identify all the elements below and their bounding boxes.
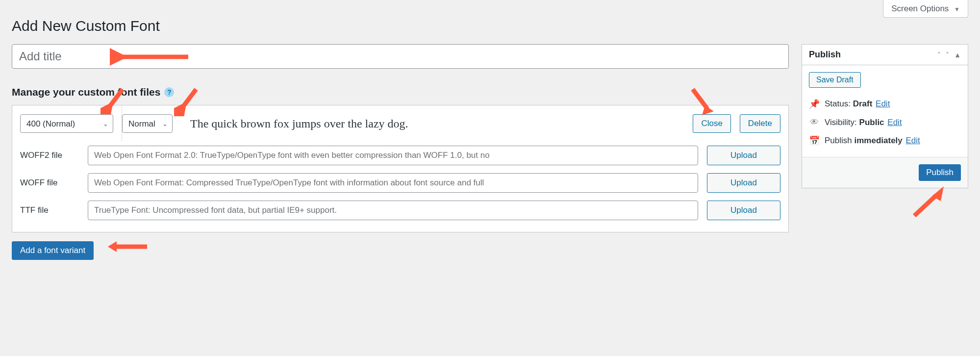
- file-label: WOFF2 file: [20, 151, 79, 160]
- pin-icon: 📌: [809, 99, 820, 109]
- move-up-icon[interactable]: ˄: [937, 51, 941, 59]
- file-row-ttf: TTF file Upload: [12, 197, 788, 224]
- schedule-value: immediately: [854, 136, 903, 145]
- upload-button[interactable]: Upload: [707, 146, 780, 165]
- annotation-arrow-icon: [909, 186, 949, 221]
- file-label: TTF file: [20, 205, 79, 215]
- visibility-label: Visibility:: [825, 118, 857, 127]
- publish-button[interactable]: Publish: [919, 164, 961, 181]
- file-row-woff2: WOFF2 file Upload: [12, 142, 788, 169]
- file-row-woff: WOFF file Upload: [12, 169, 788, 197]
- title-input[interactable]: [12, 44, 789, 69]
- font-preview-text: The quick brown fox jumps over the lazy …: [181, 117, 684, 130]
- chevron-down-icon: ▼: [954, 6, 960, 13]
- help-icon[interactable]: ?: [164, 87, 174, 97]
- toggle-panel-icon[interactable]: ▲: [954, 51, 961, 59]
- visibility-row: 👁 Visibility: Public Edit: [809, 113, 961, 131]
- screen-options-label: Screen Options: [891, 4, 949, 13]
- delete-button[interactable]: Delete: [740, 114, 780, 133]
- save-draft-button[interactable]: Save Draft: [809, 72, 861, 88]
- publish-heading: Publish: [809, 50, 841, 60]
- status-value: Draft: [853, 99, 873, 108]
- woff2-file-input[interactable]: [88, 146, 698, 165]
- upload-button[interactable]: Upload: [707, 173, 780, 193]
- screen-options-toggle[interactable]: Screen Options ▼: [883, 0, 968, 18]
- status-label: Status:: [825, 99, 851, 108]
- page-title: Add New Custom Font: [12, 18, 968, 34]
- file-label: WOFF file: [20, 178, 79, 188]
- font-variant-box: 400 (Normal) ⌄ Normal ⌄ The quick brown …: [12, 105, 789, 232]
- font-style-select[interactable]: Normal: [122, 114, 173, 133]
- eye-icon: 👁: [809, 117, 820, 127]
- upload-button[interactable]: Upload: [707, 201, 780, 220]
- edit-schedule-link[interactable]: Edit: [906, 136, 920, 145]
- close-button[interactable]: Close: [693, 114, 730, 133]
- calendar-icon: 📅: [809, 135, 820, 146]
- manage-fonts-heading-text: Manage your custom font files: [12, 86, 160, 98]
- svg-line-5: [914, 195, 936, 216]
- add-font-variant-button[interactable]: Add a font variant: [12, 241, 94, 260]
- font-weight-select[interactable]: 400 (Normal): [20, 114, 113, 133]
- publish-metabox: Publish ˄ ˅ ▲ Save Draft 📌 Status:: [802, 44, 968, 188]
- status-row: 📌 Status: Draft Edit: [809, 95, 961, 113]
- edit-visibility-link[interactable]: Edit: [887, 118, 902, 127]
- move-down-icon[interactable]: ˅: [946, 51, 949, 59]
- manage-fonts-heading: Manage your custom font files ?: [12, 86, 789, 98]
- edit-status-link[interactable]: Edit: [876, 99, 890, 108]
- visibility-value: Public: [859, 118, 884, 127]
- schedule-row: 📅 Publish immediately Edit: [809, 131, 961, 150]
- ttf-file-input[interactable]: [88, 201, 698, 220]
- annotation-arrow-icon: [108, 239, 152, 254]
- woff-file-input[interactable]: [88, 173, 698, 193]
- schedule-label: Publish: [825, 136, 852, 145]
